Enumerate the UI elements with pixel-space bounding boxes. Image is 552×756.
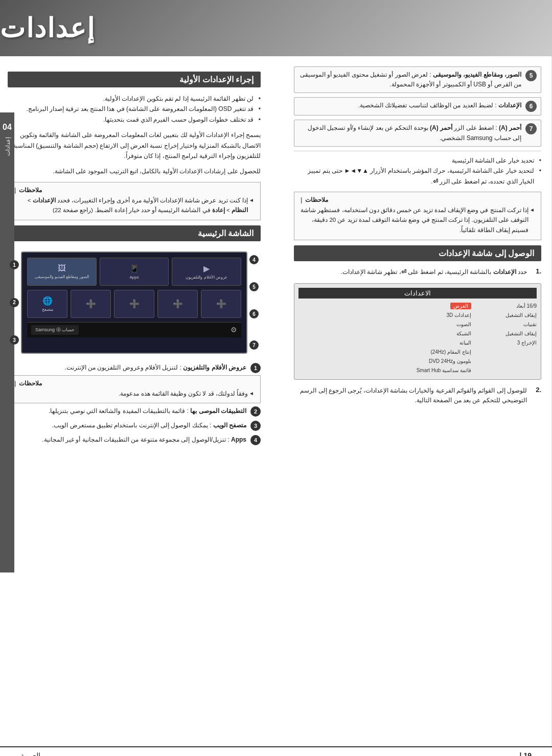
left-column: 5 الصور، ومقاطع الفيديو، والموسيقى : لعر… (276, 56, 552, 746)
desc-text-3: متصفح الويب : يمكنك الوصول إلى الإنترنت … (52, 421, 246, 430)
item-5: 5 الصور، ومقاطع الفيديو، والموسيقى : لعر… (294, 66, 541, 93)
desc-num-2: 2 (250, 406, 261, 417)
step-1: .1 حدد الإعدادات بالشاشة الرئيسية، ثم اض… (294, 267, 541, 277)
main-screen-header: الشاشة الرئيسية (8, 225, 261, 241)
page-title: إعدادات (0, 13, 95, 43)
notes-box-2: ملاحظات إذا كنت تريد عرض شاشة الإعدادات … (8, 182, 261, 220)
tile-movies: ▶ عروض الأفلام والتلفزيون (172, 258, 241, 286)
nav-bullet-2: لتحديد خيار على الشاشة الرئيسية، حرك الم… (294, 166, 541, 187)
screen-row-2: 🌐 متصفح ➕ ➕ ➕ (27, 290, 241, 318)
diag-num-7: 7 (249, 340, 259, 350)
num-6: 6 (525, 101, 537, 112)
initial-setup-para: يسمح إجراء الإعدادات الأولية لك بتعيين ل… (8, 130, 261, 161)
notes-box-1: ملاحظات إذا تركت المنتج في وضع الإيقاف ل… (294, 192, 541, 240)
settings-title: الاعدادات (298, 288, 537, 299)
desc-note-text-1: وفقاً لدولتك، قد لا تكون وظيفة القائمة ه… (14, 389, 254, 399)
desc-num-1: 1 (250, 363, 261, 373)
diag-num-3: 3 (10, 335, 19, 345)
step-2: .2 للوصول إلى القوائم والقوائم الفرعية و… (294, 386, 541, 405)
step-2-text: للوصول إلى القوائم والقوائم الفرعية والخ… (294, 386, 527, 405)
desc-note-label-1: ملاحظات (14, 380, 254, 387)
notes-label-1: ملاحظات (301, 196, 535, 203)
diag-num-1: 1 (10, 260, 19, 269)
initial-setup-header: إجراء الإعدادات الأولية (8, 72, 261, 87)
tile-app4: ➕ (201, 290, 241, 318)
step-1-text: حدد الإعدادات بالشاشة الرئيسية، ثم اضغط … (340, 267, 527, 277)
setup-bullet-1: لن تظهر القائمة الرئيسية إذا لم تقم بتكو… (8, 94, 261, 104)
page-number: 19 | (520, 751, 532, 756)
note-2: إذا كنت تريد عرض شاشة الإعدادات الأولية … (14, 196, 254, 216)
settings-screenshot: الاعدادات 16/9 أبعاد إيقاف التشغيل تقنيا… (294, 283, 541, 380)
tile-app1: ➕ (71, 290, 111, 318)
diag-num-4: 4 (249, 255, 259, 264)
initial-setup-bullets: لن تظهر القائمة الرئيسية إذا لم تقم بتكو… (8, 94, 261, 125)
tile-app3: ➕ (157, 290, 198, 318)
initial-setup-para2: للحصول على إرشادات الإعدادات الأولية بال… (8, 166, 261, 176)
desc-2: 2 التطبيقات الموصى بها : قائمة بالتطبيقا… (8, 406, 261, 417)
desc-text-2: التطبيقات الموصى بها : قائمة بالتطبيقات … (49, 406, 246, 416)
apps-label: Apps (129, 275, 139, 280)
screen-diagram-wrapper: 4 5 6 7 🖼 الصور ومقاطع الفيديو والموسيقى (8, 247, 261, 358)
diag-num-5: 5 (249, 282, 259, 291)
tile-app2: ➕ (114, 290, 154, 318)
tile-web: 🌐 متصفح (27, 290, 67, 318)
notes-label-2: ملاحظات (14, 187, 254, 194)
num-5: 5 (525, 70, 537, 81)
settings-right: العرض إعدادات 3D الصوت الشبكة البيانة إن… (298, 302, 471, 375)
item-5-text: الصور، ومقاطع الفيديو، والموسيقى : لعرض … (298, 70, 521, 89)
diag-num-2: 2 (10, 298, 19, 307)
desc-text-4: Apps : تنزيل/الوصول إلى مجموعة متنوعة من… (42, 435, 246, 445)
settings-left: 16/9 أبعاد إيقاف التشغيل تقنيات إيقاف ال… (475, 302, 537, 348)
setup-bullet-2: قد تتغير OSD (المعلومات المعروضة على الش… (8, 104, 261, 114)
desc-num-3: 3 (250, 421, 261, 431)
right-column: إجراء الإعدادات الأولية لن تظهر القائمة … (0, 56, 276, 746)
item-6: 6 الإعدادات : لضبط العديد من الوظائف لتن… (294, 97, 541, 116)
desc-text-1: عروض الأفلام والتلفزيون : لتنزيل الأفلام… (64, 363, 246, 373)
num-7: 7 (525, 123, 537, 134)
page-header: إعدادات (0, 0, 552, 56)
page-footer: 19 | العربية (0, 746, 552, 756)
tile-apps: 📱 Apps (100, 258, 169, 286)
desc-1: 1 عروض الأفلام والتلفزيون : لتنزيل الأفل… (8, 363, 261, 373)
access-settings-header: الوصول إلى شاشة الإعدادات (294, 245, 541, 261)
screen-row-1: 🖼 الصور ومقاطع الفيديو والموسيقى 📱 Apps … (27, 258, 241, 286)
main-screen-diagram: 🖼 الصور ومقاطع الفيديو والموسيقى 📱 Apps … (21, 251, 247, 354)
tile-media: 🖼 الصور ومقاطع الفيديو والموسيقى (27, 258, 97, 286)
nav-bullets: تحديد خيار على الشاشة الرئيسية لتحديد خي… (294, 155, 541, 187)
samsung-label: Samsung ⓐ حساب (31, 325, 79, 335)
note-1: إذا تركت المنتج في وضع الإيقاف لمدة تزيد… (301, 205, 535, 236)
nav-bullet-1: تحديد خيار على الشاشة الرئيسية (294, 155, 541, 166)
item-7-text: أحمر (A) : اضغط على الزر أحمر (A) بوحدة … (298, 123, 521, 143)
desc-3: 3 متصفح الويب : يمكنك الوصول إلى الإنترن… (8, 421, 261, 431)
item-7: 7 أحمر (A) : اضغط على الزر أحمر (A) بوحد… (294, 120, 541, 146)
desc-num-4: 4 (250, 435, 261, 445)
desc-note-1: ملاحظات وفقاً لدولتك، قد لا تكون وظيفة ا… (8, 375, 261, 404)
settings-row: 16/9 أبعاد إيقاف التشغيل تقنيات إيقاف ال… (298, 302, 537, 375)
setup-bullet-3: قد تختلف خطوات الوصول حسب الفيرم الذي قم… (8, 114, 261, 125)
footer-language: العربية (20, 751, 40, 756)
desc-4: 4 Apps : تنزيل/الوصول إلى مجموعة متنوعة … (8, 435, 261, 445)
item-6-text: الإعدادات : لضبط العديد من الوظائف لتناس… (358, 101, 521, 110)
diag-num-6: 6 (249, 309, 259, 318)
screen-bottom-bar: Samsung ⓐ حساب ⚙ (27, 322, 241, 337)
side-tab-label: إعدادات (4, 137, 11, 156)
